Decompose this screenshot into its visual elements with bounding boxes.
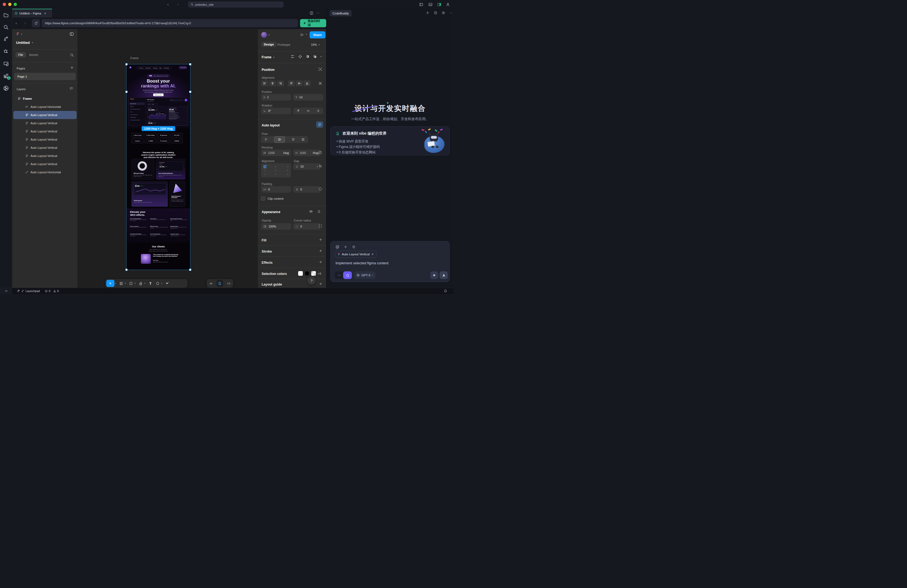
tab-prototype[interactable]: Prototype bbox=[277, 43, 290, 46]
draw-mode-icon[interactable] bbox=[208, 280, 214, 287]
editor-more-icon[interactable]: ··· bbox=[316, 11, 320, 15]
x-position-field[interactable]: X0 bbox=[261, 94, 291, 101]
corner-radius-field[interactable]: 0 bbox=[293, 223, 320, 230]
tab-file[interactable]: File bbox=[16, 52, 26, 58]
url-input[interactable]: https://www.figma.com/design/nNNNFAsnF5x… bbox=[42, 19, 298, 27]
page-forward-icon[interactable]: › bbox=[24, 21, 26, 25]
flip-horizontal-icon[interactable] bbox=[307, 109, 310, 112]
problems-warnings[interactable]: 0 bbox=[53, 289, 59, 293]
y-position-field[interactable]: Y68 bbox=[293, 94, 323, 101]
layer-row[interactable]: Auto Layout Vertical bbox=[13, 127, 77, 135]
add-effect-icon[interactable] bbox=[319, 260, 322, 264]
tab-assets[interactable]: Assets bbox=[29, 53, 38, 56]
project-chevron-icon[interactable]: ▾ bbox=[32, 42, 33, 44]
code-mode-toggle[interactable] bbox=[335, 271, 343, 279]
auto-layout-active-icon[interactable] bbox=[316, 121, 323, 128]
notifications-bell-icon[interactable] bbox=[444, 289, 447, 293]
launchpad-item[interactable]: Launchpad bbox=[17, 289, 40, 293]
move-tool[interactable] bbox=[106, 280, 114, 287]
mask-icon[interactable] bbox=[306, 55, 309, 58]
individual-padding-icon[interactable] bbox=[319, 187, 322, 191]
pen-tool-chevron[interactable]: ▾ bbox=[144, 282, 147, 284]
reload-icon[interactable] bbox=[32, 19, 40, 27]
zoom-menu[interactable]: 19% ▾ bbox=[311, 43, 320, 46]
share-button[interactable]: Share bbox=[309, 31, 325, 38]
remote-indicator[interactable]: >< bbox=[0, 288, 12, 294]
dev-mode-icon[interactable] bbox=[217, 280, 223, 287]
toggle-left-panel-icon[interactable] bbox=[418, 2, 424, 7]
present-chevron-icon[interactable]: ▾ bbox=[306, 33, 307, 36]
avatar-chevron-icon[interactable]: ▾ bbox=[268, 34, 269, 36]
history-back-button[interactable]: ‹ bbox=[167, 2, 169, 6]
remote-explorer-icon[interactable] bbox=[3, 61, 9, 67]
visibility-eye-icon[interactable] bbox=[309, 210, 313, 213]
layer-row[interactable]: Auto Layout Vertical bbox=[13, 160, 77, 168]
close-window-button[interactable] bbox=[3, 3, 6, 6]
toggle-bottom-panel-icon[interactable] bbox=[427, 2, 433, 7]
add-stroke-icon[interactable] bbox=[319, 249, 322, 253]
align-bottom-button[interactable] bbox=[304, 80, 311, 87]
ai-actions-tool[interactable]: ✦+ bbox=[164, 280, 171, 287]
rotate-90-icon[interactable] bbox=[296, 109, 300, 112]
layers-search-icon[interactable] bbox=[70, 53, 74, 57]
shape-tool-chevron[interactable]: ▾ bbox=[135, 282, 137, 284]
selection-color-black[interactable] bbox=[305, 271, 309, 276]
figma-context-chip[interactable]: Auto Layout Vertical ✕ bbox=[335, 251, 377, 258]
flip-vertical-icon[interactable] bbox=[317, 109, 320, 112]
source-control-icon[interactable] bbox=[3, 36, 9, 42]
help-button[interactable]: ? bbox=[308, 277, 316, 285]
history-forward-button[interactable]: › bbox=[177, 2, 178, 6]
enhance-prompt-button[interactable]: ✦ bbox=[430, 271, 438, 279]
opacity-field[interactable]: 100% bbox=[261, 223, 291, 230]
chat-mode-toggle[interactable] bbox=[343, 271, 352, 279]
selected-frame[interactable]: FeaturesDevelopersCompanyBlogChangelog J… bbox=[127, 64, 190, 269]
present-icon[interactable]: ▷ bbox=[301, 32, 304, 37]
chip-remove-icon[interactable]: ✕ bbox=[371, 252, 374, 256]
alignment-grid[interactable] bbox=[261, 163, 291, 177]
add-layout-guide-icon[interactable] bbox=[319, 282, 322, 285]
spacing-settings-icon[interactable] bbox=[319, 164, 322, 168]
move-tool-chevron[interactable]: ▾ bbox=[115, 282, 117, 284]
layer-row[interactable]: Auto Layout Vertical bbox=[13, 144, 77, 152]
add-page-icon[interactable] bbox=[70, 66, 74, 69]
align-right-button[interactable] bbox=[277, 80, 284, 87]
gap-field[interactable]: 10 bbox=[293, 165, 314, 168]
selection-color-white[interactable] bbox=[298, 271, 303, 276]
frame-tool[interactable] bbox=[118, 280, 124, 287]
add-to-chat-button[interactable]: ✦ 添加到对话 bbox=[300, 19, 326, 27]
flow-vertical-selected[interactable] bbox=[274, 136, 285, 143]
layer-row[interactable]: Auto Layout Vertical bbox=[13, 135, 77, 144]
search-sidebar-icon[interactable] bbox=[3, 24, 9, 30]
panel-more-icon[interactable]: ··· bbox=[449, 11, 453, 15]
model-selector[interactable]: GPT-5 ▾ bbox=[354, 271, 375, 279]
minimize-window-button[interactable] bbox=[8, 3, 11, 6]
avatar[interactable] bbox=[261, 32, 267, 38]
tab-design[interactable]: Design bbox=[261, 42, 277, 47]
layer-row[interactable]: Auto Layout Vertical bbox=[13, 152, 77, 160]
code-mode-icon[interactable] bbox=[226, 280, 232, 287]
resize-options-icon[interactable] bbox=[318, 151, 322, 154]
tab-close-icon[interactable]: ✕ bbox=[44, 12, 46, 15]
figma-menu[interactable]: ▾ bbox=[16, 32, 22, 36]
distribute-icon[interactable] bbox=[318, 82, 322, 85]
collapse-panel-icon[interactable] bbox=[69, 32, 74, 36]
selection-type[interactable]: Frame bbox=[262, 55, 271, 59]
clip-content-checkbox[interactable] bbox=[261, 197, 265, 200]
page-item[interactable]: Page 1 bbox=[14, 73, 76, 80]
add-fill-icon[interactable] bbox=[319, 238, 322, 242]
send-button[interactable] bbox=[440, 271, 448, 279]
align-left-button[interactable] bbox=[261, 80, 268, 87]
zoom-window-button[interactable] bbox=[14, 3, 17, 6]
layer-row[interactable]: Auto Layout Horizontal bbox=[13, 168, 77, 176]
pen-tool[interactable] bbox=[137, 280, 144, 287]
boolean-icon[interactable] bbox=[313, 55, 317, 58]
project-graph-icon[interactable] bbox=[3, 86, 9, 91]
layer-row-selected[interactable]: Auto Layout Vertical bbox=[13, 111, 77, 119]
codebuddy-tab[interactable]: CodeBuddy bbox=[330, 10, 352, 16]
align-top-button[interactable] bbox=[288, 80, 295, 87]
width-field[interactable]: W1200 Hug bbox=[261, 150, 291, 156]
apply-styles-icon[interactable] bbox=[291, 55, 295, 58]
project-name[interactable]: Untitled bbox=[16, 41, 30, 45]
toggle-right-panel-icon[interactable] bbox=[436, 2, 442, 7]
layers-list-icon[interactable] bbox=[69, 87, 73, 90]
